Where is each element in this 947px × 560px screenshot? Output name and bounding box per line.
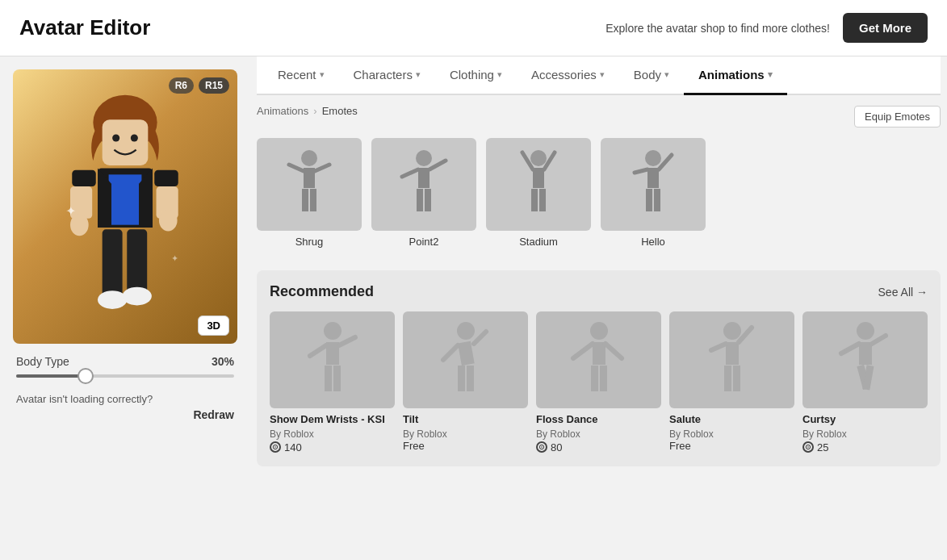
svg-line-26 (402, 169, 418, 177)
avatar-figure: ✦ ✦ (13, 69, 237, 344)
tab-accessories[interactable]: Accessories ▾ (517, 56, 619, 95)
emote-figure-hello (625, 148, 681, 221)
rec-price: ⊙ 140 (270, 441, 395, 453)
tab-characters[interactable]: Characters ▾ (339, 56, 435, 95)
equip-emotes-button[interactable]: Equip Emotes (854, 106, 941, 127)
svg-rect-67 (859, 342, 872, 365)
redraw-link[interactable]: Redraw (16, 408, 234, 421)
svg-line-21 (315, 165, 329, 171)
emote-name: Hello (641, 236, 665, 248)
svg-rect-40 (646, 189, 652, 211)
chevron-down-icon: ▾ (320, 69, 325, 80)
chevron-down-icon: ▾ (497, 69, 502, 80)
emote-name: Stadium (519, 236, 558, 248)
rec-item[interactable]: Show Dem Wrists - KSI By Roblox ⊙ 140 (270, 311, 395, 453)
chevron-down-icon: ▾ (416, 69, 421, 80)
svg-text:✦: ✦ (171, 253, 178, 263)
page-wrapper: Avatar Editor Explore the avatar shop to… (0, 0, 947, 560)
rec-by: By Roblox (536, 428, 661, 440)
rec-item[interactable]: Salute By Roblox Free (669, 311, 794, 453)
recommended-header: Recommended See All → (270, 283, 928, 300)
avatar-loading-text: Avatar isn't loading correctly? (16, 393, 153, 405)
rec-item[interactable]: Tilt By Roblox Free (403, 311, 528, 453)
svg-rect-25 (418, 168, 430, 188)
breadcrumb-emotes: Emotes (322, 105, 358, 117)
rec-thumbnail-curtsy (802, 311, 928, 408)
svg-point-54 (590, 322, 608, 340)
rec-name: Salute (669, 413, 794, 427)
body-type-label: Body Type (16, 355, 69, 368)
svg-line-57 (605, 344, 622, 358)
rec-name: Show Dem Wrists - KSI (270, 413, 395, 427)
body-type-section: Body Type 30% (13, 355, 237, 378)
svg-rect-53 (467, 366, 474, 391)
breadcrumb: Animations › Emotes (257, 105, 358, 117)
svg-rect-31 (533, 168, 544, 188)
svg-point-24 (416, 150, 432, 166)
emote-thumbnail-point2 (371, 138, 476, 231)
svg-rect-41 (654, 189, 660, 211)
left-panel: R6 R15 (0, 56, 250, 479)
slider-fill (16, 374, 82, 378)
svg-text:✦: ✦ (65, 204, 76, 218)
svg-rect-12 (103, 229, 123, 298)
rec-thumbnail-salute (669, 311, 794, 408)
header-right: Explore the avatar shop to find more clo… (605, 13, 928, 43)
rec-item[interactable]: Curtsy By Roblox ⊙ 25 (802, 311, 928, 453)
svg-line-38 (635, 169, 647, 173)
svg-rect-28 (417, 189, 423, 211)
recommended-section: Recommended See All → (257, 270, 941, 466)
svg-rect-65 (733, 366, 740, 391)
svg-point-30 (530, 150, 547, 166)
svg-line-45 (339, 337, 355, 345)
svg-rect-5 (109, 174, 142, 224)
svg-point-3 (131, 134, 138, 141)
svg-rect-46 (325, 366, 332, 391)
see-all-link[interactable]: See All → (878, 286, 928, 299)
get-more-button[interactable]: Get More (843, 13, 928, 43)
header: Avatar Editor Explore the avatar shop to… (0, 0, 947, 56)
nav-tabs: Recent ▾ Characters ▾ Clothing ▾ Accesso… (257, 56, 941, 95)
svg-rect-52 (458, 366, 465, 391)
svg-line-44 (310, 345, 326, 356)
rec-item[interactable]: Floss Dance By Roblox ⊙ 80 (536, 311, 661, 453)
svg-rect-34 (531, 189, 538, 211)
svg-rect-8 (154, 170, 178, 186)
svg-rect-47 (333, 366, 341, 391)
svg-rect-29 (425, 189, 431, 211)
tab-body[interactable]: Body ▾ (619, 56, 684, 95)
tab-animations[interactable]: Animations ▾ (684, 56, 787, 95)
breadcrumb-animations[interactable]: Animations (257, 105, 308, 117)
svg-rect-58 (591, 366, 598, 391)
right-panel: Recent ▾ Characters ▾ Clothing ▾ Accesso… (250, 56, 947, 479)
svg-line-69 (872, 336, 886, 344)
chevron-down-icon: ▾ (600, 69, 605, 80)
emote-name: Point2 (409, 236, 439, 248)
rec-by: By Roblox (802, 428, 928, 440)
breadcrumb-row: Animations › Emotes Equip Emotes (257, 105, 941, 128)
emote-figure-shrug (281, 148, 337, 221)
main-layout: R6 R15 (0, 56, 947, 479)
emote-item[interactable]: Point2 (371, 138, 476, 248)
view-3d-button[interactable]: 3D (198, 316, 229, 336)
emote-item[interactable]: Stadium (486, 138, 591, 248)
svg-line-51 (474, 332, 486, 344)
emote-item[interactable]: Hello (601, 138, 706, 248)
svg-rect-35 (539, 189, 546, 211)
svg-rect-23 (310, 189, 316, 211)
breadcrumb-separator: › (313, 105, 316, 117)
body-type-slider[interactable] (16, 374, 234, 378)
emotes-grid: Shrug Point2 (257, 138, 941, 248)
svg-line-20 (289, 165, 304, 171)
svg-point-11 (159, 209, 178, 231)
robux-icon: ⊙ (536, 441, 547, 453)
slider-thumb[interactable] (78, 368, 94, 384)
tab-recent[interactable]: Recent ▾ (263, 56, 339, 95)
body-type-value: 30% (212, 355, 234, 368)
rec-by: By Roblox (669, 428, 794, 440)
body-type-header: Body Type 30% (16, 355, 234, 368)
svg-rect-37 (647, 168, 659, 188)
tab-clothing[interactable]: Clothing ▾ (435, 56, 517, 95)
emote-item[interactable]: Shrug (257, 138, 362, 248)
svg-rect-59 (600, 366, 607, 391)
